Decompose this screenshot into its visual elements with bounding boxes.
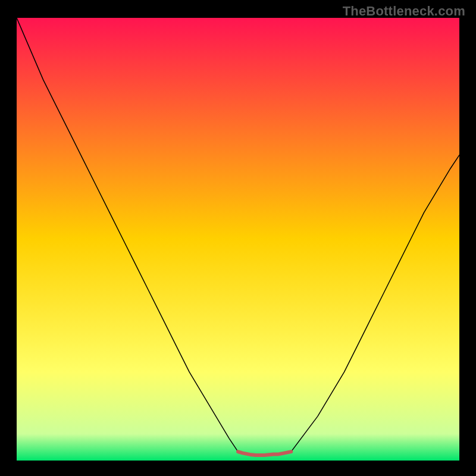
chart-svg: [17, 18, 459, 461]
source-label: TheBottleneck.com: [343, 4, 465, 19]
plot-area: [17, 18, 459, 461]
chart-frame: TheBottleneck.com: [0, 0, 476, 476]
gradient-background: [17, 18, 459, 461]
